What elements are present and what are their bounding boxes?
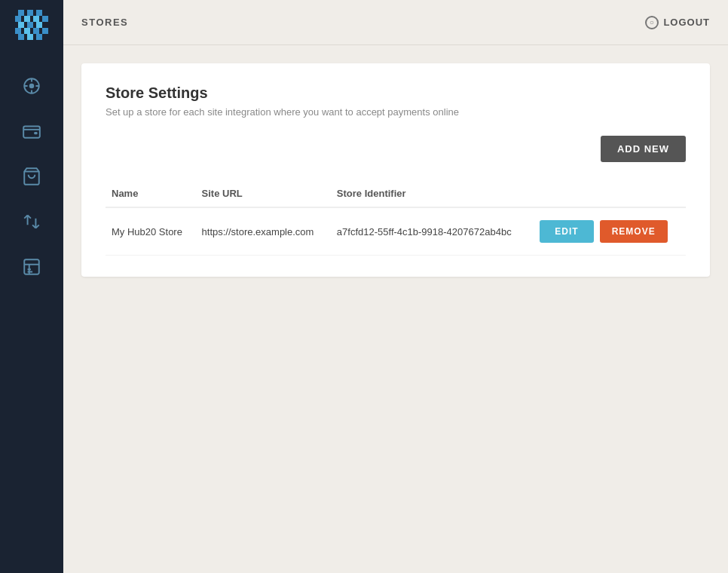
sidebar [0,0,63,573]
sidebar-nav [0,53,63,288]
add-new-button[interactable]: ADD NEW [601,136,686,162]
svg-rect-8 [27,22,33,28]
page-title: STORES [81,17,128,28]
store-name-cell: My Hub20 Store [106,207,196,256]
col-name: Name [106,180,196,207]
svg-rect-16 [36,34,42,40]
sidebar-item-cart[interactable] [0,155,63,198]
sidebar-item-transfer[interactable] [0,201,63,243]
dashboard-icon [22,76,41,96]
edit-button[interactable]: EDIT [540,220,593,243]
svg-rect-2 [36,10,42,16]
logout-label: LOGOUT [663,17,710,28]
wallet-icon [22,121,41,141]
content-area: Store Settings Set up a store for each s… [63,45,728,573]
svg-rect-20 [34,132,37,134]
main-area: STORES ○ LOGOUT Store Settings Set up a … [63,0,728,573]
svg-rect-1 [27,10,33,16]
logout-button[interactable]: ○ LOGOUT [645,16,710,29]
svg-rect-13 [42,28,48,34]
svg-rect-3 [15,16,21,22]
svg-rect-9 [36,22,42,28]
svg-rect-5 [33,16,39,22]
sidebar-item-wallet[interactable] [0,110,63,152]
store-actions-cell: EDIT REMOVE [534,207,686,256]
transfer-icon [22,212,41,231]
svg-rect-7 [18,22,24,28]
svg-rect-12 [33,28,39,34]
store-settings-card: Store Settings Set up a store for each s… [81,63,710,277]
svg-point-18 [29,84,35,89]
stores-table: Name Site URL Store Identifier My Hub20 … [106,180,686,256]
svg-rect-6 [42,16,48,22]
card-title: Store Settings [106,84,686,102]
col-actions [534,180,686,207]
store-url-cell: https://store.example.com [196,207,331,256]
logo [0,0,63,53]
store-identifier-cell: a7fcfd12-55ff-4c1b-9918-4207672ab4bc [331,207,534,256]
table-header: Name Site URL Store Identifier [106,180,686,207]
card-subtitle: Set up a store for each site integration… [106,106,686,118]
svg-rect-4 [24,16,30,22]
table-row: My Hub20 Store https://store.example.com… [106,207,686,256]
sidebar-item-reports[interactable] [0,246,63,288]
actions-container: EDIT REMOVE [540,220,680,243]
toolbar: ADD NEW [106,136,686,174]
logout-icon: ○ [645,16,659,29]
header: STORES ○ LOGOUT [63,0,728,45]
svg-rect-19 [23,127,40,138]
col-site-url: Site URL [196,180,331,207]
svg-rect-0 [18,10,24,16]
col-store-identifier: Store Identifier [331,180,534,207]
cart-icon [22,167,41,186]
svg-rect-11 [24,28,30,34]
table-body: My Hub20 Store https://store.example.com… [106,207,686,256]
svg-rect-15 [27,34,33,40]
logo-icon [15,10,48,43]
svg-rect-14 [18,34,24,40]
remove-button[interactable]: REMOVE [600,220,668,243]
sidebar-item-dashboard[interactable] [0,65,63,107]
svg-rect-10 [15,28,21,34]
reports-icon [22,257,41,277]
